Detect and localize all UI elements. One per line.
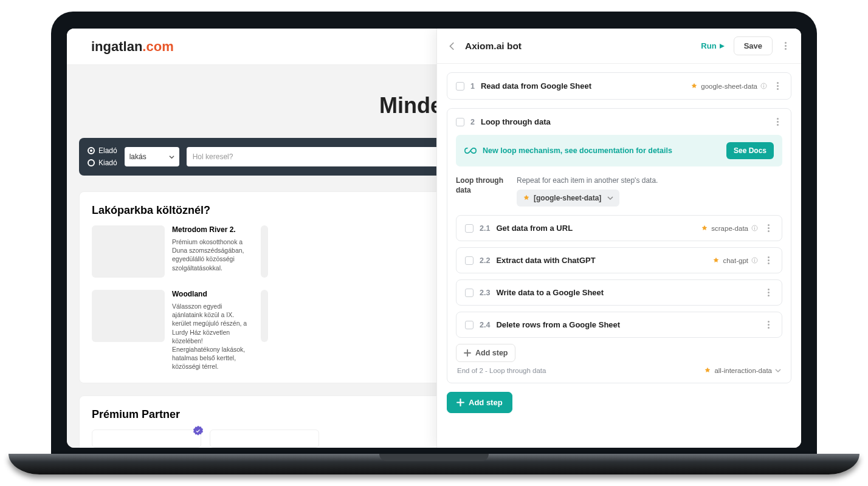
step-output-tag: google-sheet-data bbox=[691, 83, 767, 90]
laptop-mockup: ingatlan.com Mindenhol Eladó Kiadó lakás bbox=[51, 12, 817, 474]
step-number: 2.2 bbox=[480, 256, 490, 265]
chevron-down-icon bbox=[775, 368, 781, 374]
listing-image bbox=[92, 290, 165, 342]
info-icon bbox=[751, 257, 758, 264]
panel-body: 1 Read data from Google Sheet google-she… bbox=[437, 64, 801, 448]
data-icon bbox=[712, 257, 720, 264]
step-output-tag: chat-gpt bbox=[712, 257, 758, 264]
loop-end-label: End of 2 - Loop through data bbox=[457, 367, 546, 374]
step-menu-button[interactable] bbox=[764, 224, 773, 232]
step-menu-button[interactable] bbox=[764, 321, 773, 329]
logo-word-1: ingatlan bbox=[91, 39, 142, 54]
partner-card[interactable] bbox=[210, 430, 319, 448]
loop-end-row: End of 2 - Loop through data all-interac… bbox=[456, 362, 782, 374]
step-checkbox[interactable] bbox=[456, 82, 464, 91]
svg-rect-5 bbox=[754, 228, 755, 230]
step-number: 2.3 bbox=[480, 289, 490, 297]
listing-image bbox=[261, 290, 268, 342]
listing-title: Metrodom River 2. bbox=[172, 225, 250, 234]
step-menu-button[interactable] bbox=[773, 82, 782, 90]
step-number: 2 bbox=[470, 118, 475, 126]
svg-rect-2 bbox=[763, 86, 764, 87]
panel-menu-button[interactable] bbox=[781, 42, 790, 50]
logo-word-2: .com bbox=[142, 39, 173, 54]
radio-icon bbox=[88, 159, 95, 166]
step-number: 2.4 bbox=[480, 321, 490, 329]
panel-header: Axiom.ai bot Run Save bbox=[437, 29, 801, 64]
svg-point-7 bbox=[754, 259, 755, 259]
substep-delete-rows[interactable]: 2.4 Delete rows from a Google Sheet bbox=[456, 312, 782, 338]
see-docs-button[interactable]: See Docs bbox=[726, 142, 774, 159]
step-menu-button[interactable] bbox=[764, 256, 773, 264]
listing-description: Prémium okosotthonok a Duna szomszédságá… bbox=[172, 238, 250, 272]
back-button[interactable] bbox=[448, 42, 456, 50]
listing-card[interactable] bbox=[261, 290, 268, 371]
partner-card[interactable] bbox=[92, 430, 201, 448]
param-label: Loop through data bbox=[456, 176, 506, 207]
listing-image bbox=[261, 225, 268, 278]
plus-icon bbox=[464, 349, 471, 357]
listing-card[interactable]: Woodland Válasszon egyedi ajánlataink kö… bbox=[92, 290, 250, 371]
axiom-panel: Axiom.ai bot Run Save 1 Read data bbox=[436, 29, 801, 448]
panel-title: Axiom.ai bot bbox=[465, 41, 692, 52]
listing-image bbox=[92, 225, 165, 278]
loop-output-tag[interactable]: all-interaction-data bbox=[704, 367, 781, 374]
chevron-down-icon bbox=[169, 154, 174, 160]
chevron-down-icon bbox=[607, 195, 613, 201]
listing-description: Válasszon egyedi ajánlataink közül a IX.… bbox=[172, 302, 250, 371]
svg-rect-8 bbox=[754, 260, 755, 262]
step-title: Delete rows from a Google Sheet bbox=[496, 320, 758, 329]
info-icon bbox=[760, 83, 767, 89]
step-checkbox[interactable] bbox=[465, 256, 474, 265]
step-menu-button[interactable] bbox=[773, 118, 782, 126]
loop-notice: New loop mechanism, see documentation fo… bbox=[456, 135, 782, 166]
step-number: 1 bbox=[470, 82, 475, 91]
info-icon bbox=[751, 225, 758, 231]
param-hint: Repeat for each item in another step's d… bbox=[517, 176, 782, 185]
loop-source-select[interactable]: [google-sheet-data] bbox=[517, 190, 619, 207]
step-number: 2.1 bbox=[480, 224, 490, 233]
data-icon bbox=[704, 367, 711, 374]
substep-write-sheet[interactable]: 2.3 Write data to a Google Sheet bbox=[456, 279, 782, 306]
laptop-base bbox=[9, 454, 859, 474]
step-checkbox[interactable] bbox=[465, 224, 474, 233]
step-menu-button[interactable] bbox=[764, 289, 773, 296]
step-title: Read data from Google Sheet bbox=[481, 81, 684, 91]
step-title: Get data from a URL bbox=[496, 224, 695, 233]
property-type-select[interactable]: lakás bbox=[125, 147, 179, 166]
substep-get-url[interactable]: 2.1 Get data from a URL scrape-data bbox=[456, 215, 782, 241]
step-title: Loop through data bbox=[481, 117, 767, 126]
data-icon bbox=[523, 194, 530, 202]
data-icon bbox=[691, 83, 698, 90]
loop-data-param: Loop through data Repeat for each item i… bbox=[456, 176, 782, 207]
plus-icon bbox=[456, 399, 464, 406]
add-substep-button[interactable]: Add step bbox=[456, 344, 515, 362]
step-checkbox[interactable] bbox=[465, 321, 474, 329]
radio-rent[interactable]: Kiadó bbox=[88, 159, 117, 167]
data-icon bbox=[701, 225, 708, 232]
listing-title: Woodland bbox=[172, 290, 250, 298]
step-read-sheet[interactable]: 1 Read data from Google Sheet google-she… bbox=[447, 72, 791, 100]
save-button[interactable]: Save bbox=[734, 36, 773, 55]
step-title: Extract data with ChatGPT bbox=[496, 256, 706, 265]
notice-text: New loop mechanism, see documentation fo… bbox=[483, 146, 720, 155]
site-logo[interactable]: ingatlan.com bbox=[91, 39, 174, 55]
listing-type-radios: Eladó Kiadó bbox=[88, 146, 117, 167]
step-checkbox[interactable] bbox=[465, 289, 474, 297]
add-step-button[interactable]: Add step bbox=[447, 392, 512, 413]
step-loop: 2 Loop through data New loop mechanism, … bbox=[447, 108, 791, 383]
listing-card[interactable]: Metrodom River 2. Prémium okosotthonok a… bbox=[92, 225, 250, 278]
step-output-tag: scrape-data bbox=[701, 225, 758, 232]
infinity-icon bbox=[464, 146, 477, 155]
step-title: Write data to a Google Sheet bbox=[496, 288, 758, 297]
listing-card[interactable] bbox=[261, 225, 268, 278]
svg-point-4 bbox=[754, 227, 755, 227]
step-checkbox[interactable] bbox=[456, 118, 464, 126]
run-button[interactable]: Run bbox=[701, 41, 725, 50]
radio-sale[interactable]: Eladó bbox=[88, 146, 117, 155]
radio-icon bbox=[88, 147, 95, 154]
svg-point-1 bbox=[763, 84, 764, 85]
chevron-left-icon bbox=[448, 42, 456, 50]
substep-chatgpt[interactable]: 2.2 Extract data with ChatGPT chat-gpt bbox=[456, 247, 782, 273]
verified-badge-icon bbox=[192, 425, 204, 437]
